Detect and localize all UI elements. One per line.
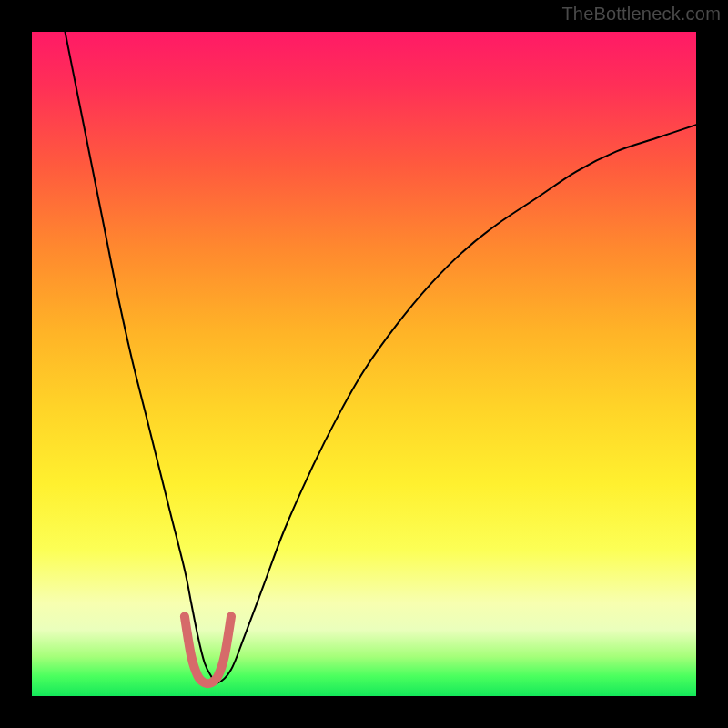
plot-area — [32, 32, 696, 696]
chart-stage: TheBottleneck.com — [0, 0, 728, 728]
curve-layer — [32, 32, 696, 696]
bottleneck-curve — [66, 32, 697, 683]
watermark-text: TheBottleneck.com — [561, 4, 721, 25]
optimal-marker — [185, 616, 231, 683]
